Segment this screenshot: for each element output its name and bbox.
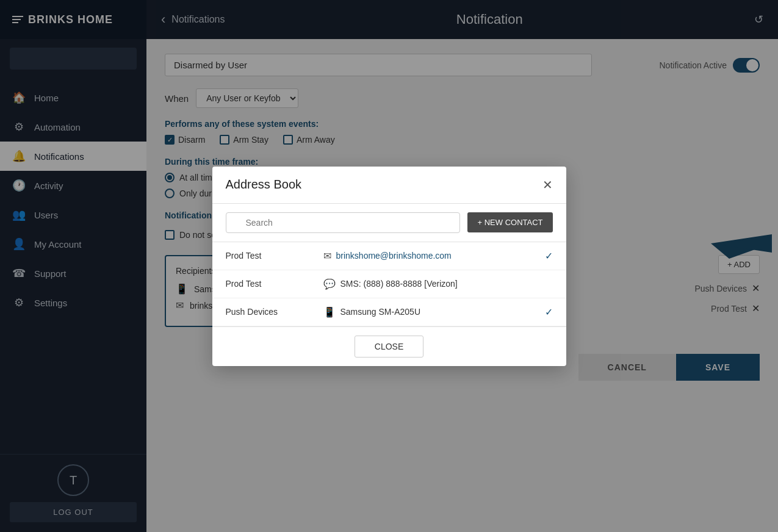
contact-check-0: ✓ — [545, 250, 553, 262]
contact-row-0[interactable]: Prod Test ✉ brinkshome@brinkshome.com ✓ — [212, 242, 566, 270]
contact-row-2[interactable]: Push Devices 📱 Samsung SM-A205U ✓ — [212, 298, 566, 326]
contact-check-2: ✓ — [545, 306, 553, 318]
contact-info-0: ✉ brinkshome@brinkshome.com — [323, 250, 545, 262]
contact-name-1: Prod Test — [226, 279, 323, 289]
contact-info-2: 📱 Samsung SM-A205U — [323, 306, 545, 318]
modal-overlay[interactable]: Address Book ✕ 🔍 + NEW CONTACT Prod Test… — [0, 0, 778, 532]
modal-header: Address Book ✕ — [212, 167, 566, 204]
modal-search-row: 🔍 + NEW CONTACT — [212, 204, 566, 242]
new-contact-button[interactable]: + NEW CONTACT — [467, 212, 552, 232]
modal-title: Address Book — [226, 178, 302, 192]
contact-info-1: 💬 SMS: (888) 888-8888 [Verizon] — [323, 278, 553, 290]
sms-type-icon: 💬 — [323, 278, 336, 290]
contact-name-0: Prod Test — [226, 251, 323, 261]
close-button[interactable]: CLOSE — [355, 336, 423, 358]
modal-close-button[interactable]: ✕ — [542, 178, 553, 192]
push-type-icon: 📱 — [323, 306, 336, 318]
email-type-icon: ✉ — [323, 250, 331, 262]
contact-value-0: brinkshome@brinkshome.com — [336, 251, 452, 261]
modal-footer: CLOSE — [212, 326, 566, 366]
contact-name-2: Push Devices — [226, 307, 323, 317]
contact-row-1[interactable]: Prod Test 💬 SMS: (888) 888-8888 [Verizon… — [212, 270, 566, 298]
modal-contacts-list: Prod Test ✉ brinkshome@brinkshome.com ✓ … — [212, 242, 566, 326]
search-input[interactable] — [226, 212, 461, 233]
contact-value-1: SMS: (888) 888-8888 [Verizon] — [340, 279, 458, 289]
address-book-modal: Address Book ✕ 🔍 + NEW CONTACT Prod Test… — [212, 167, 566, 366]
search-input-wrap: 🔍 — [226, 212, 461, 233]
contact-value-2: Samsung SM-A205U — [340, 307, 421, 317]
